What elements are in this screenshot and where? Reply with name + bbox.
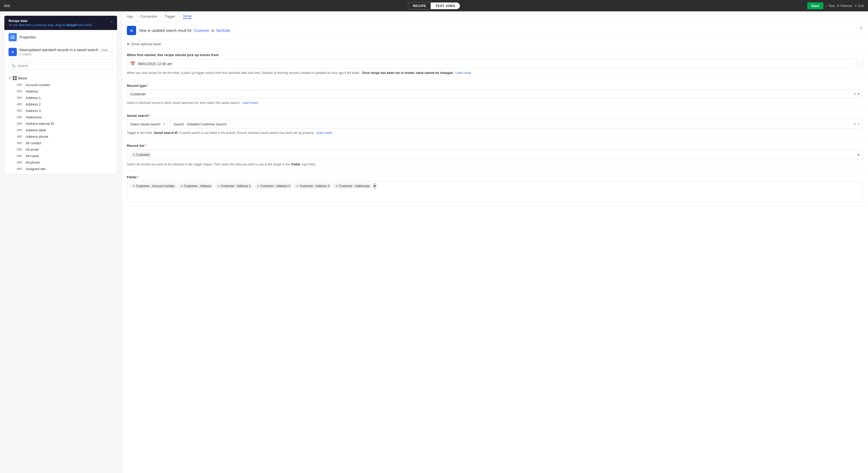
fields-required: *: [137, 175, 138, 179]
record-type-label: Record type *: [127, 84, 863, 88]
tree-item[interactable]: ABC Alt name: [4, 153, 117, 159]
record-list-helper: Select all records you wish to be retrie…: [127, 162, 863, 167]
svg-rect-2: [10, 38, 15, 39]
search-input[interactable]: [18, 64, 110, 68]
datetime-section: When first started, this recipe should p…: [122, 49, 868, 80]
show-optional-fields-button[interactable]: ⊕ Show optional fields: [127, 42, 161, 46]
tree-item[interactable]: ABC Address 2: [4, 101, 117, 108]
saved-search-value-field[interactable]: Search - Detailed Customer Search ✕ ▾: [170, 120, 863, 128]
record-type-section: Record type * Customer ✕ ▾ Select a NetS…: [122, 80, 868, 110]
main-layout: Recipe data To use data from a previous …: [0, 11, 868, 473]
record-type-select[interactable]: Customer ✕ ▾: [127, 90, 863, 98]
field-remove-address-2[interactable]: ✕: [257, 184, 259, 188]
netsuite-icon: N: [127, 26, 136, 35]
tree-item[interactable]: ABC Address internal ID: [4, 120, 117, 127]
properties-item[interactable]: Properties ›: [4, 30, 117, 45]
calendar-icon: 📅: [130, 61, 135, 66]
refresh-button[interactable]: ↻ Refresh: [837, 4, 852, 8]
test-icon: ○: [826, 4, 828, 8]
tree-item[interactable]: ABC Address phone: [4, 134, 117, 140]
data-tree: ▼ Basic ABC Account number ABC Address A…: [4, 72, 117, 174]
tree-item[interactable]: ABC Alt contact: [4, 140, 117, 146]
tree-item[interactable]: ABC Addressee: [4, 114, 117, 120]
saved-search-helper: Toggle to text field Saved search ID if …: [127, 130, 863, 135]
tree-item[interactable]: ABC Account number: [4, 82, 117, 88]
field-tag-address-1: ✕ Customer : Address 1: [215, 183, 253, 189]
field-remove-address-1[interactable]: ✕: [218, 184, 220, 188]
saved-search-select[interactable]: Select saved search ▾: [127, 120, 168, 128]
saved-search-required: *: [149, 114, 150, 118]
tag-chip-customer: ✕ Customer: [130, 152, 152, 157]
tree-item[interactable]: ABC Address label: [4, 127, 117, 134]
datetime-field[interactable]: 📅 08/01/2020 12:00 am ⋮⋮: [127, 59, 863, 68]
tree-item[interactable]: ABC Address 3: [4, 108, 117, 114]
tab-recipe[interactable]: RECIPE: [408, 3, 431, 9]
record-list-tags[interactable]: ✕ Customer ▾: [127, 150, 863, 160]
toggle-icon: ⊕: [127, 42, 130, 46]
tree-item[interactable]: ABC Alt email: [4, 146, 117, 153]
svg-rect-1: [10, 37, 15, 37]
recipe-data-card: Recipe data To use data from a previous …: [4, 16, 117, 175]
saved-search-clear-button[interactable]: ✕: [853, 122, 857, 126]
field-tag-address: ✕ Customer : Address: [178, 183, 213, 189]
trigger-close-button[interactable]: ✕: [860, 26, 863, 31]
step1-label: New/updated standard records in a saved …: [20, 48, 111, 56]
saved-search-learn-more[interactable]: Learn more: [316, 131, 332, 135]
record-type-clear-button[interactable]: ✕: [853, 92, 857, 96]
refresh-icon: ↻: [837, 4, 840, 8]
tab-testjobs[interactable]: TEST JOBS: [431, 3, 460, 9]
tree-item[interactable]: ABC Address: [4, 88, 117, 95]
tree-item[interactable]: ABC Alt phone: [4, 159, 117, 166]
record-type-helper: Select a NetSuite record to fetch saved …: [127, 100, 863, 105]
left-panel: Recipe data To use data from a previous …: [0, 11, 121, 473]
tree-item[interactable]: ABC Assigned site: [4, 166, 117, 172]
right-panel: App → Connection → Trigger → Setup N New…: [121, 11, 868, 473]
field-remove-address[interactable]: ✕: [181, 184, 183, 188]
nav-connection[interactable]: Connection: [140, 14, 157, 18]
tree-item[interactable]: ABC Address 1: [4, 95, 117, 101]
topbar-actions: Save ○ Test ↻ Refresh ✕ Exit: [807, 2, 864, 9]
saved-search-dropdown-arrow: ▾: [858, 122, 860, 126]
netsuite-step-icon: N: [8, 48, 17, 56]
step1-item[interactable]: N New/updated standard records in a save…: [4, 45, 117, 59]
close-icon: ✕: [854, 4, 857, 8]
collapse-button[interactable]: ⌃: [110, 21, 113, 25]
nav-arrow-1: →: [135, 14, 138, 18]
save-button[interactable]: Save: [807, 2, 823, 9]
tag-remove-customer[interactable]: ✕: [133, 153, 135, 157]
record-list-section: Record list * ✕ Customer ▾ Select all re…: [122, 140, 868, 171]
datetime-learn-more[interactable]: Learn more: [456, 71, 471, 75]
nav-arrow-3: →: [178, 14, 181, 18]
nav-setup[interactable]: Setup: [183, 14, 192, 19]
saved-search-left-value: Select saved search: [130, 122, 160, 126]
search-icon: 🔍: [11, 64, 16, 68]
fields-section: Fields * ✕ Customer : Account number ✕ C…: [122, 171, 868, 206]
record-type-value: Customer: [130, 92, 853, 96]
chevron-right-icon: ›: [112, 35, 113, 39]
nav-trigger[interactable]: Trigger: [165, 14, 176, 18]
optional-fields-toggle: ⊕ Show optional fields: [122, 39, 868, 49]
grid-icon[interactable]: ⋮⋮: [851, 61, 860, 66]
datetime-helper: When you start recipe for the first time…: [127, 70, 863, 75]
search-bar[interactable]: 🔍: [8, 62, 113, 69]
fields-tags[interactable]: ✕ Customer : Account number ✕ Customer :…: [127, 181, 863, 202]
dropdown-arrow-icon: ▾: [858, 92, 860, 96]
record-list-expand-button[interactable]: ▾: [858, 153, 860, 157]
topbar: test RECIPE TEST JOBS Save ○ Test ↻ Refr…: [0, 0, 868, 11]
field-remove-account-number[interactable]: ✕: [133, 184, 135, 188]
field-tag-address-2: ✕ Customer : Address 2: [254, 183, 292, 189]
nav-app[interactable]: App: [127, 14, 133, 18]
tree-expand-icon: ▼: [8, 77, 11, 80]
saved-search-right-value: Search - Detailed Customer Search: [174, 122, 226, 126]
fields-expand-button[interactable]: ▾: [373, 183, 376, 188]
tree-group-basic[interactable]: ▼ Basic: [4, 75, 117, 82]
fields-label: Fields *: [127, 175, 863, 179]
exit-button[interactable]: ✕ Exit: [854, 4, 864, 8]
field-remove-address-3[interactable]: ✕: [296, 184, 299, 188]
record-list-label: Record list *: [127, 144, 863, 148]
field-remove-addressee[interactable]: ✕: [336, 184, 338, 188]
test-button[interactable]: ○ Test: [826, 4, 835, 8]
record-type-learn-more[interactable]: Learn more: [242, 101, 258, 105]
properties-label: Properties: [20, 35, 112, 39]
search-bar-wrap: 🔍: [4, 59, 117, 72]
